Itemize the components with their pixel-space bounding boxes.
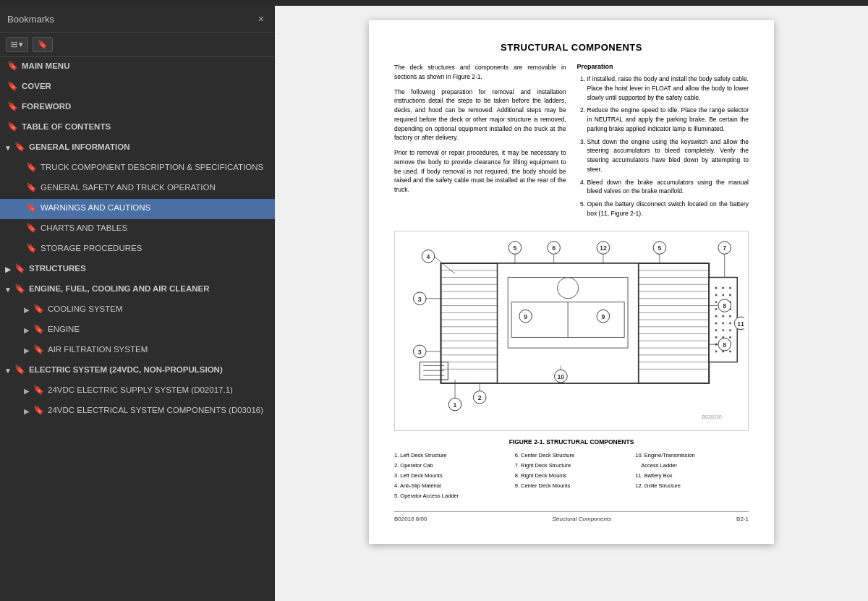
svg-point-69 [729,350,731,352]
bookmark-icon-electric-system: 🔖 [14,365,25,375]
intro-text-column: The deck structures and components are r… [394,63,566,222]
bookmark-icon-structures: 🔖 [14,264,25,274]
structural-components-diagram: 4 5 6 12 5 [399,235,744,425]
svg-text:9: 9 [524,313,527,320]
legend-item-3: 3. Left Deck Mounts [394,472,508,480]
bookmark-icon-toc: 🔖 [7,122,17,132]
bookmark-label-engine-fuel: ENGINE, FUEL, COOLING AND AIR CLEANER [29,284,269,294]
bookmark-icon-cover: 🔖 [7,82,17,92]
bookmark-cooling-system[interactable]: ▶ 🔖 COOLING SYSTEM [0,300,275,320]
bookmark-electric-system[interactable]: ▼ 🔖 ELECTRIC SYSTEM (24VDC, NON-PROPULSI… [0,361,275,381]
bookmark-icon-cooling-system: 🔖 [33,304,43,315]
expand-all-button[interactable]: ⊟ ▾ [6,37,28,52]
legend-item-10: 10. Engine/Transmission [635,451,749,460]
legend-item-empty2 [635,492,749,500]
svg-point-59 [722,329,724,331]
bookmark-icon-truck-component: 🔖 [26,163,36,173]
bookmark-foreword[interactable]: 🔖 FOREWORD [0,98,275,118]
bookmark-engine[interactable]: ▶ 🔖 ENGINE [0,320,275,341]
svg-text:2: 2 [478,394,482,401]
expand-icon-24vdc-supply: ▶ [22,385,32,396]
bookmark-engine-fuel[interactable]: ▼ 🔖 ENGINE, FUEL, COOLING AND AIR CLEANE… [0,280,275,300]
svg-point-40 [715,286,718,289]
legend-item-10b: Access Ladder [635,461,749,470]
bookmark-structures[interactable]: ▶ 🔖 STRUCTURES [0,260,275,280]
prep-step-5: Open the battery disconnect switch locat… [587,200,749,218]
bookmark-toc[interactable]: 🔖 TABLE OF CONTENTS [0,118,275,138]
svg-text:3: 3 [418,295,422,302]
expand-icon-24vdc-electrical: ▶ [22,406,32,416]
bookmark-general-safety[interactable]: 🔖 GENERAL SAFETY AND TRUCK OPERATION [0,179,275,199]
bookmark-storage[interactable]: 🔖 STORAGE PROCEDURES [0,239,275,260]
svg-text:9: 9 [601,313,605,320]
bookmark-label-toc: TABLE OF CONTENTS [22,122,269,132]
svg-point-53 [722,315,724,317]
expand-icon-electric: ▼ [3,365,13,375]
svg-text:B020030: B020030 [702,414,721,419]
bookmark-charts-tables[interactable]: 🔖 CHARTS AND TABLES [0,219,275,239]
bookmark-cover[interactable]: 🔖 COVER [0,77,275,98]
svg-text:8: 8 [723,302,726,310]
footer-right: B2-1 [736,516,749,522]
bookmark-options-icon: 🔖 [38,40,48,49]
bookmark-label-24vdc-supply: 24VDC ELECTRIC SUPPLY SYSTEM (D02017.1) [48,385,269,396]
legend-item-1: 1. Left Deck Structure [394,451,508,460]
bookmark-label-storage: STORAGE PROCEDURES [41,243,269,254]
svg-text:5: 5 [658,244,661,252]
bookmark-warnings[interactable]: 🔖 WARNINGS AND CAUTIONS [0,199,275,219]
bookmark-label-charts-tables: CHARTS AND TABLES [41,223,269,234]
prep-step-4: Bleed down the brake accumulators using … [587,178,749,197]
bookmark-label-structures: STRUCTURES [29,263,269,274]
bookmark-icon-charts-tables: 🔖 [26,223,36,234]
expand-dropdown-icon: ▾ [19,40,23,49]
bookmark-general-info[interactable]: ▼ 🔖 GENERAL INFORMATION [0,138,275,158]
sidebar-title: Bookmarks [7,14,54,25]
bookmark-main-menu[interactable]: 🔖 MAIN MENU [0,57,275,77]
bookmark-icon-foreword: 🔖 [7,102,17,112]
prep-step-2: Reduce the engine speed to idle. Place t… [587,106,749,133]
expand-icon-cooling: ▶ [22,304,32,315]
bookmark-icon-general-safety: 🔖 [26,183,36,193]
legend-item-11: 11. Battery Box [635,472,749,480]
svg-text:11: 11 [737,320,744,327]
svg-text:7: 7 [723,244,726,252]
bookmark-icon-storage: 🔖 [26,244,36,254]
bookmark-24vdc-electrical[interactable]: ▶ 🔖 24VDC ELECTRICAL SYSTEM COMPONENTS (… [0,401,275,422]
bookmark-label-general-safety: GENERAL SAFETY AND TRUCK OPERATION [41,182,269,193]
bookmark-options-button[interactable]: 🔖 [33,37,53,52]
svg-point-60 [729,329,731,331]
bookmark-label-electric-system: ELECTRIC SYSTEM (24VDC, NON-PROPULSION) [29,365,269,375]
expand-all-icon: ⊟ [11,40,17,49]
figure-legend: 1. Left Deck Structure 6. Center Deck St… [394,451,749,500]
bookmark-icon-general-info: 🔖 [14,142,25,153]
svg-point-61 [715,336,718,338]
legend-item-12: 12. Grille Structure [635,482,749,490]
bookmark-label-cooling-system: COOLING SYSTEM [48,304,269,315]
bookmark-icon-24vdc-supply: 🔖 [33,385,43,396]
svg-point-44 [722,294,724,296]
bookmarks-sidebar: Bookmarks × ⊟ ▾ 🔖 🔖 MAIN MENU 🔖 COVER [0,6,275,601]
svg-point-42 [729,286,731,289]
svg-point-55 [715,322,718,324]
sidebar-toolbar: ⊟ ▾ 🔖 [0,33,275,57]
svg-point-67 [715,350,718,352]
prep-step-3: Shut down the engine using the keyswitch… [587,137,749,174]
svg-point-41 [722,286,724,289]
bookmark-icon-warnings: 🔖 [26,203,36,213]
bookmark-label-general-info: GENERAL INFORMATION [29,142,269,153]
bookmark-truck-component[interactable]: 🔖 TRUCK COMPONENT DESCRIPTION & SPECIFIC… [0,158,275,179]
diagram-container: 4 5 6 12 5 [394,231,749,431]
svg-point-52 [715,315,718,317]
svg-point-56 [722,322,724,324]
bookmark-icon-air-filtration: 🔖 [33,345,43,355]
close-button[interactable]: × [255,12,268,26]
bookmark-label-24vdc-electrical: 24VDC ELECTRICAL SYSTEM COMPONENTS (D030… [48,405,269,416]
bookmark-24vdc-supply[interactable]: ▶ 🔖 24VDC ELECTRIC SUPPLY SYSTEM (D02017… [0,381,275,401]
expand-icon-engine-fuel: ▼ [3,284,13,294]
bookmarks-list: 🔖 MAIN MENU 🔖 COVER 🔖 FOREWORD 🔖 TABLE O… [0,57,275,601]
bookmark-air-filtration[interactable]: ▶ 🔖 AIR FILTRATION SYSTEM [0,341,275,361]
svg-point-54 [729,315,731,317]
svg-text:8: 8 [723,341,726,349]
legend-item-empty [515,492,629,500]
legend-item-5: 5. Operator Access Ladder [394,492,508,500]
